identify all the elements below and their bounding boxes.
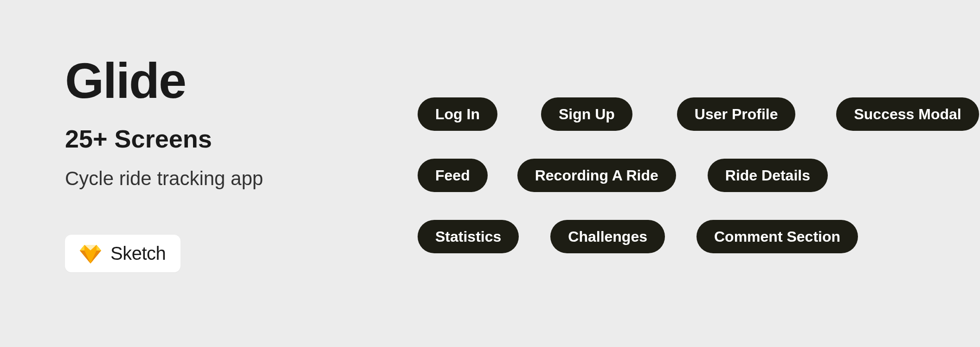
svg-marker-2 xyxy=(97,245,101,251)
tag-row-2: FeedRecording A RideRide Details xyxy=(418,159,919,192)
tag-pill[interactable]: Comment Section xyxy=(696,220,858,253)
svg-marker-1 xyxy=(80,245,84,251)
tag-row-3: StatisticsChallengesComment Section xyxy=(418,220,919,253)
tag-pill[interactable]: Challenges xyxy=(550,220,665,253)
tag-pill[interactable]: Feed xyxy=(418,159,488,192)
tag-pill[interactable]: Log In xyxy=(418,97,497,131)
tag-pill[interactable]: Success Modal xyxy=(836,97,979,131)
sketch-label: Sketch xyxy=(110,243,166,264)
info-panel: Glide 25+ Screens Cycle ride tracking ap… xyxy=(65,56,263,272)
tags-panel: Log InSign UpUser ProfileSuccess Modal F… xyxy=(418,97,919,281)
sketch-badge: Sketch xyxy=(65,235,181,272)
tag-pill[interactable]: Ride Details xyxy=(708,159,828,192)
sketch-icon xyxy=(80,244,101,263)
tag-pill[interactable]: Statistics xyxy=(418,220,519,253)
tag-pill[interactable]: Recording A Ride xyxy=(517,159,676,192)
tag-pill[interactable]: Sign Up xyxy=(541,97,632,131)
screens-count: 25+ Screens xyxy=(65,126,263,151)
product-title: Glide xyxy=(65,56,263,106)
tag-pill[interactable]: User Profile xyxy=(677,97,796,131)
tag-row-1: Log InSign UpUser ProfileSuccess Modal xyxy=(418,97,919,131)
product-description: Cycle ride tracking app xyxy=(65,169,263,188)
